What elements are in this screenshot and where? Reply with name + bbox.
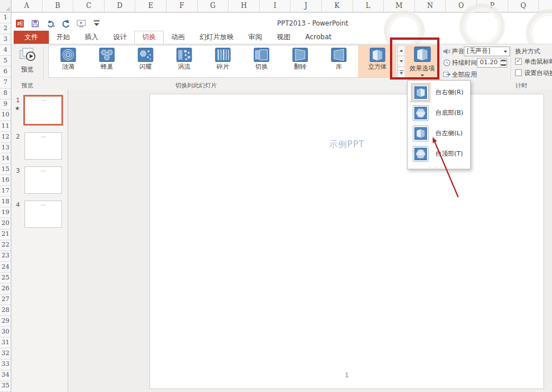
slide-thumbnail[interactable] xyxy=(24,201,62,228)
ribbon-tab[interactable]: 开始 xyxy=(49,31,77,44)
excel-column-header[interactable]: G xyxy=(198,0,229,12)
qat-button-icon[interactable] xyxy=(76,19,86,28)
effect-menu-item-label: 自右侧(R) xyxy=(435,89,463,97)
excel-column-header[interactable]: A xyxy=(11,0,43,12)
excel-row-header[interactable]: 28 xyxy=(0,305,11,316)
duration-stepper[interactable]: 01.20 xyxy=(477,58,507,68)
ribbon-tab[interactable]: 动画 xyxy=(164,31,192,44)
slide-canvas[interactable]: 示例PPT 1 xyxy=(150,94,544,389)
effect-menu-item[interactable]: 自右侧(R) xyxy=(408,82,470,103)
excel-row-header[interactable]: 15 xyxy=(0,164,11,175)
excel-row-header[interactable]: 35 xyxy=(0,381,11,392)
excel-row-header[interactable]: 31 xyxy=(0,337,11,348)
excel-column-header[interactable]: B xyxy=(43,0,74,12)
excel-column-header[interactable]: F xyxy=(167,0,198,12)
excel-row-header[interactable]: 23 xyxy=(0,251,11,262)
transition-item[interactable]: 涟漪 xyxy=(49,45,88,77)
excel-row-header[interactable]: 16 xyxy=(0,175,11,186)
excel-row-header[interactable]: 2 xyxy=(0,23,11,34)
effect-menu-item[interactable]: 自顶部(T) xyxy=(408,144,470,164)
excel-row-header[interactable]: 7 xyxy=(0,77,11,88)
gallery-more-icon[interactable] xyxy=(397,66,405,78)
qat-button-icon[interactable] xyxy=(30,19,40,28)
excel-column-header[interactable]: E xyxy=(135,0,167,12)
qat-button-icon[interactable] xyxy=(92,19,102,28)
excel-column-header[interactable]: L xyxy=(353,0,384,12)
excel-row-header[interactable]: 3 xyxy=(0,34,11,45)
excel-row-header[interactable]: 13 xyxy=(0,143,11,153)
duration-spinner-arrows[interactable] xyxy=(500,59,507,67)
excel-column-header[interactable]: Q xyxy=(508,0,539,12)
excel-row-header[interactable]: 30 xyxy=(0,327,11,337)
excel-row-header[interactable]: 9 xyxy=(0,99,11,110)
slide-thumbnail[interactable] xyxy=(24,132,62,160)
excel-column-header[interactable]: N xyxy=(415,0,446,12)
ribbon-tab[interactable]: 切换 xyxy=(134,31,164,44)
excel-column-header[interactable]: D xyxy=(105,0,136,12)
apply-all-button[interactable]: 全部应用 xyxy=(452,72,477,79)
excel-row-header[interactable]: 29 xyxy=(0,316,11,327)
excel-row-header[interactable]: 22 xyxy=(0,240,11,251)
qat-button-icon[interactable] xyxy=(45,19,56,28)
excel-column-header[interactable]: K xyxy=(322,0,353,12)
excel-row-header[interactable]: 11 xyxy=(0,121,11,132)
excel-column-header[interactable]: I xyxy=(260,0,291,12)
ribbon-tab[interactable]: 视图 xyxy=(269,31,298,44)
excel-row-header[interactable]: 5 xyxy=(0,56,11,66)
transition-item[interactable]: 库 xyxy=(319,45,358,77)
excel-column-header[interactable]: C xyxy=(73,0,105,12)
excel-row-header[interactable]: 6 xyxy=(0,66,11,77)
excel-select-all-corner[interactable] xyxy=(0,0,11,12)
ribbon-tab[interactable]: 文件 xyxy=(14,31,49,44)
effect-menu-item[interactable]: 自底部(B) xyxy=(408,103,470,123)
transition-item[interactable]: 立方体 xyxy=(358,45,396,77)
ribbon-tab[interactable]: 插入 xyxy=(77,31,106,44)
ribbon-tab[interactable]: 设计 xyxy=(106,31,134,44)
effect-options-button[interactable]: 效果选项 xyxy=(406,45,438,79)
excel-row-header[interactable]: 14 xyxy=(0,153,11,164)
transition-item[interactable]: 蜂巢 xyxy=(88,45,126,77)
spin-up-icon[interactable] xyxy=(500,59,507,63)
excel-row-header[interactable]: 1 xyxy=(0,12,11,23)
excel-row-header[interactable]: 10 xyxy=(0,110,11,121)
excel-row-header[interactable]: 4 xyxy=(0,45,11,56)
ribbon-tab[interactable]: Acrobat xyxy=(298,31,339,44)
excel-row-header[interactable]: 34 xyxy=(0,370,11,381)
on-mouse-click-checkbox[interactable] xyxy=(515,58,522,65)
transition-item[interactable]: 翻转 xyxy=(281,45,319,77)
transition-item[interactable]: 切换 xyxy=(242,45,281,77)
excel-column-header[interactable]: J xyxy=(290,0,322,12)
excel-row-header[interactable]: 25 xyxy=(0,273,11,283)
qat-button-icon[interactable]: P xyxy=(15,19,25,28)
auto-advance-checkbox[interactable] xyxy=(515,69,522,76)
slide-title-text[interactable]: 示例PPT xyxy=(150,140,543,149)
preview-button[interactable]: 预览 xyxy=(15,46,40,79)
transition-item[interactable]: 闪耀 xyxy=(126,45,165,77)
excel-row-header[interactable]: 19 xyxy=(0,207,11,218)
excel-column-header[interactable]: H xyxy=(229,0,260,12)
transition-item[interactable]: 涡流 xyxy=(165,45,204,77)
spin-down-icon[interactable] xyxy=(500,63,507,68)
ribbon-tab[interactable]: 审阅 xyxy=(241,31,269,44)
excel-row-header[interactable]: 32 xyxy=(0,348,11,359)
excel-row-header[interactable]: 21 xyxy=(0,230,11,240)
excel-row-header[interactable]: 26 xyxy=(0,283,11,294)
ribbon-tab[interactable]: 幻灯片放映 xyxy=(192,31,241,44)
excel-row-header[interactable]: 20 xyxy=(0,218,11,229)
excel-row-header[interactable]: 18 xyxy=(0,197,11,207)
excel-row-header[interactable]: 24 xyxy=(0,262,11,273)
excel-row-header[interactable]: 12 xyxy=(0,132,11,143)
transition-item[interactable]: 碎片 xyxy=(204,45,242,77)
excel-row-header[interactable]: 27 xyxy=(0,294,11,305)
gallery-scroll-down-icon[interactable] xyxy=(397,56,405,67)
excel-row-header[interactable]: 17 xyxy=(0,186,11,197)
effect-menu-item[interactable]: 自左侧(L) xyxy=(408,123,470,144)
gallery-scroll-up-icon[interactable] xyxy=(397,45,405,56)
sound-dropdown[interactable]: [无声音] xyxy=(464,47,510,56)
excel-row-header[interactable]: 8 xyxy=(0,89,11,99)
excel-row-header[interactable]: 33 xyxy=(0,360,11,370)
slide-number: 3 xyxy=(16,168,20,175)
slide-thumbnail[interactable] xyxy=(23,95,63,126)
slide-thumbnail[interactable] xyxy=(24,166,62,194)
qat-button-icon[interactable] xyxy=(61,19,71,28)
